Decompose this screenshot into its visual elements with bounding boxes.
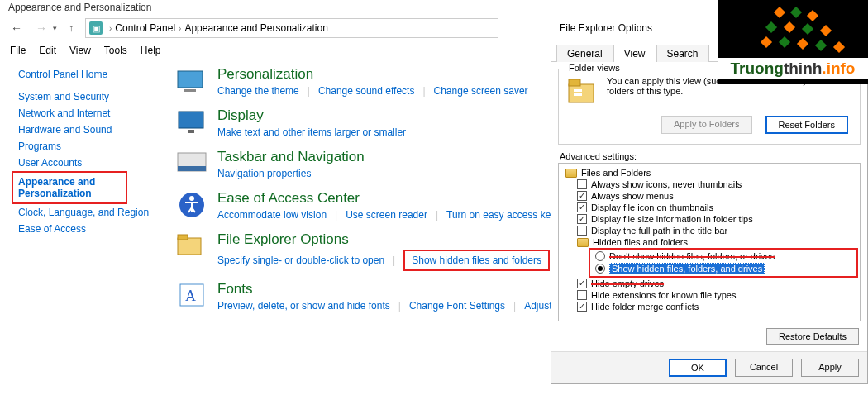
sub-link[interactable]: Turn on easy access keys	[446, 208, 560, 221]
tree-item[interactable]: Display the full path in the title bar	[560, 225, 858, 236]
sub-link[interactable]: Preview, delete, or show and hide fonts	[217, 299, 390, 312]
forward-button: →	[31, 18, 51, 38]
tree-group: Files and Folders	[560, 167, 858, 179]
taskbar-icon	[174, 149, 209, 179]
checkbox-icon[interactable]: ✓	[577, 214, 587, 224]
sub-link[interactable]: Change sound effects	[318, 84, 415, 98]
tab-view[interactable]: View	[613, 45, 656, 62]
menu-edit[interactable]: Edit	[39, 45, 56, 56]
menu-file[interactable]: File	[10, 45, 26, 56]
sub-link[interactable]: Specify single- or double-click to open	[217, 254, 384, 267]
category-title[interactable]: Display	[217, 107, 406, 124]
tree-item[interactable]: ✓Always show menus	[560, 190, 858, 202]
personalization-icon	[174, 66, 209, 96]
dialog-footer: OK Cancel Apply	[551, 351, 867, 383]
tree-item[interactable]: Hide extensions for known file types	[560, 289, 858, 301]
category-title[interactable]: Ease of Access Center	[217, 190, 560, 207]
checkbox-icon[interactable]: ✓	[577, 279, 587, 288]
radio-icon[interactable]	[595, 251, 605, 261]
sidebar-item[interactable]: User Accounts	[18, 155, 169, 171]
svg-rect-5	[178, 166, 206, 171]
ease-of-access-icon	[174, 190, 209, 220]
sidebar-item[interactable]: Clock, Language, and Region	[18, 204, 169, 221]
category-title[interactable]: Fonts	[217, 281, 561, 298]
sub-link[interactable]: Use screen reader	[346, 208, 427, 221]
ok-button[interactable]: OK	[669, 359, 727, 377]
logo-text: Truongthinh.info	[718, 58, 868, 79]
breadcrumb-current[interactable]: Appearance and Personalization	[184, 22, 327, 34]
up-button[interactable]: ↑	[62, 22, 80, 34]
tab-search[interactable]: Search	[656, 45, 709, 62]
svg-rect-13	[569, 79, 580, 86]
breadcrumb-root[interactable]: Control Panel	[115, 22, 175, 34]
tree-item[interactable]: ✓Display file size information in folder…	[560, 213, 858, 225]
category-title[interactable]: File Explorer Options	[217, 231, 550, 248]
sidebar-current-label: Personalization	[18, 188, 121, 199]
svg-rect-15	[574, 93, 582, 96]
category-title[interactable]: Taskbar and Navigation	[217, 149, 365, 165]
svg-rect-14	[574, 89, 582, 92]
tree-radio-item-selected[interactable]: Show hidden files, folders, and drives	[592, 262, 855, 275]
folder-views-icon	[565, 76, 599, 109]
history-dropdown-icon[interactable]: ▾	[53, 24, 57, 32]
tree-item[interactable]: Always show icons, never thumbnails	[560, 179, 858, 190]
sub-link[interactable]: Change the theme	[217, 84, 299, 98]
menu-view[interactable]: View	[69, 45, 91, 56]
reset-folders-button[interactable]: Reset Folders	[765, 116, 848, 134]
sidebar-home[interactable]: Control Panel Home	[18, 66, 169, 88]
sidebar-current[interactable]: Appearance and Personalization	[12, 171, 127, 204]
tree-group: Hidden files and folders	[560, 236, 858, 248]
chevron-right-icon: ›	[175, 24, 184, 33]
show-hidden-files-link[interactable]: Show hidden files and folders	[412, 254, 541, 267]
category-title[interactable]: Personalization	[217, 66, 528, 83]
highlighted-options-box: Don't show hidden files, folders, or dri…	[589, 248, 858, 278]
sub-link[interactable]: Make text and other items larger or smal…	[217, 126, 406, 139]
tree-item[interactable]: ✓Hide folder merge conflicts	[560, 301, 858, 312]
svg-point-7	[189, 196, 194, 201]
sidebar-item[interactable]: Programs	[18, 138, 169, 155]
highlighted-link-box: Show hidden files and folders	[403, 250, 550, 271]
sidebar-item[interactable]: Hardware and Sound	[18, 121, 169, 138]
svg-text:A: A	[185, 288, 196, 304]
advanced-settings-tree[interactable]: Files and Folders Always show icons, nev…	[558, 163, 861, 321]
apply-button[interactable]: Apply	[801, 359, 859, 377]
sub-link[interactable]: Change Font Settings	[409, 299, 505, 312]
menu-tools[interactable]: Tools	[104, 45, 127, 56]
folder-icon	[565, 169, 577, 178]
cancel-button[interactable]: Cancel	[735, 359, 793, 377]
address-bar[interactable]: ▣ › Control Panel › Appearance and Perso…	[85, 18, 498, 38]
logo-graphic	[718, 0, 868, 58]
file-explorer-options-icon	[174, 231, 209, 261]
advanced-settings-label: Advanced settings:	[560, 151, 859, 161]
radio-icon[interactable]	[595, 264, 605, 274]
tab-general[interactable]: General	[556, 45, 613, 62]
sidebar-item[interactable]: Ease of Access	[18, 221, 169, 237]
tree-radio-item[interactable]: Don't show hidden files, folders, or dri…	[592, 250, 855, 262]
sidebar: Control Panel Home System and Security N…	[0, 66, 169, 322]
display-icon	[174, 107, 209, 137]
sub-link[interactable]: Accommodate low vision	[217, 208, 327, 221]
checkbox-icon[interactable]: ✓	[577, 191, 587, 201]
sidebar-item[interactable]: System and Security	[18, 88, 169, 105]
folder-icon	[577, 238, 589, 247]
tree-item[interactable]: ✓Hide empty drives	[560, 278, 858, 289]
svg-rect-0	[178, 71, 203, 88]
group-title: Folder views	[565, 63, 623, 73]
sub-link[interactable]: Navigation properties	[217, 167, 311, 180]
svg-rect-9	[178, 235, 188, 240]
chevron-right-icon: ›	[106, 24, 115, 33]
sidebar-current-label: Appearance and	[18, 176, 121, 188]
sub-link[interactable]: Change screen saver	[434, 84, 528, 98]
checkbox-icon[interactable]: ✓	[577, 302, 587, 312]
checkbox-icon[interactable]	[577, 179, 587, 189]
back-button[interactable]: ←	[7, 18, 26, 38]
checkbox-icon[interactable]	[577, 290, 587, 300]
svg-rect-2	[179, 112, 203, 128]
checkbox-icon[interactable]	[577, 226, 587, 236]
menu-help[interactable]: Help	[141, 45, 161, 56]
tree-item[interactable]: ✓Display file icon on thumbnails	[560, 202, 858, 213]
sidebar-item[interactable]: Network and Internet	[18, 105, 169, 121]
checkbox-icon[interactable]: ✓	[577, 202, 587, 212]
restore-defaults-button[interactable]: Restore Defaults	[766, 328, 859, 345]
svg-rect-1	[184, 89, 196, 92]
